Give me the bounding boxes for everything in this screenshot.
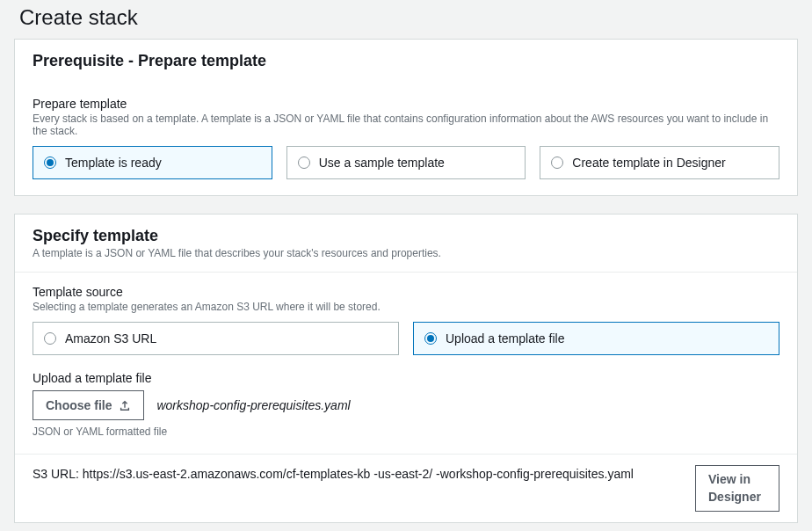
specify-template-panel: Specify template A template is a JSON or… bbox=[14, 214, 798, 523]
upload-helper-text: JSON or YAML formatted file bbox=[33, 426, 779, 438]
specify-subtitle: A template is a JSON or YAML file that d… bbox=[33, 247, 779, 259]
s3-url-display: S3 URL: https://s3.us-east-2.amazonaws.c… bbox=[33, 465, 681, 484]
radio-icon bbox=[424, 332, 437, 345]
choose-file-label: Choose file bbox=[46, 398, 112, 412]
prerequisite-panel: Prerequisite - Prepare template Prepare … bbox=[14, 39, 798, 196]
radio-label: Use a sample template bbox=[319, 156, 445, 170]
radio-icon bbox=[551, 156, 563, 169]
template-source-desc: Selecting a template generates an Amazon… bbox=[33, 301, 779, 313]
page-title: Create stack bbox=[14, 0, 798, 39]
radio-label: Template is ready bbox=[65, 156, 162, 170]
radio-icon bbox=[44, 156, 56, 169]
prepare-template-desc: Every stack is based on a template. A te… bbox=[33, 113, 779, 137]
choose-file-button[interactable]: Choose file bbox=[33, 390, 144, 420]
radio-use-sample[interactable]: Use a sample template bbox=[286, 146, 526, 179]
specify-title: Specify template bbox=[33, 227, 779, 245]
prepare-template-label: Prepare template bbox=[33, 97, 779, 111]
radio-s3-url[interactable]: Amazon S3 URL bbox=[33, 322, 399, 355]
radio-icon bbox=[44, 332, 56, 345]
s3-url-label: S3 URL: bbox=[33, 467, 79, 481]
selected-filename: workshop-config-prerequisites.yaml bbox=[156, 398, 350, 412]
template-source-label: Template source bbox=[33, 285, 779, 299]
prerequisite-title: Prerequisite - Prepare template bbox=[33, 52, 779, 70]
upload-icon bbox=[119, 399, 131, 411]
view-in-designer-button[interactable]: View in Designer bbox=[695, 465, 779, 512]
upload-file-label: Upload a template file bbox=[33, 371, 779, 385]
radio-label: Amazon S3 URL bbox=[65, 331, 156, 346]
radio-icon bbox=[298, 156, 310, 169]
radio-template-ready[interactable]: Template is ready bbox=[33, 146, 272, 179]
radio-upload-file[interactable]: Upload a template file bbox=[413, 322, 779, 355]
radio-label: Create template in Designer bbox=[572, 156, 725, 170]
radio-create-designer[interactable]: Create template in Designer bbox=[540, 146, 779, 179]
s3-url-value: https://s3.us-east-2.amazonaws.com/cf-te… bbox=[83, 467, 634, 481]
radio-label: Upload a template file bbox=[446, 331, 564, 346]
